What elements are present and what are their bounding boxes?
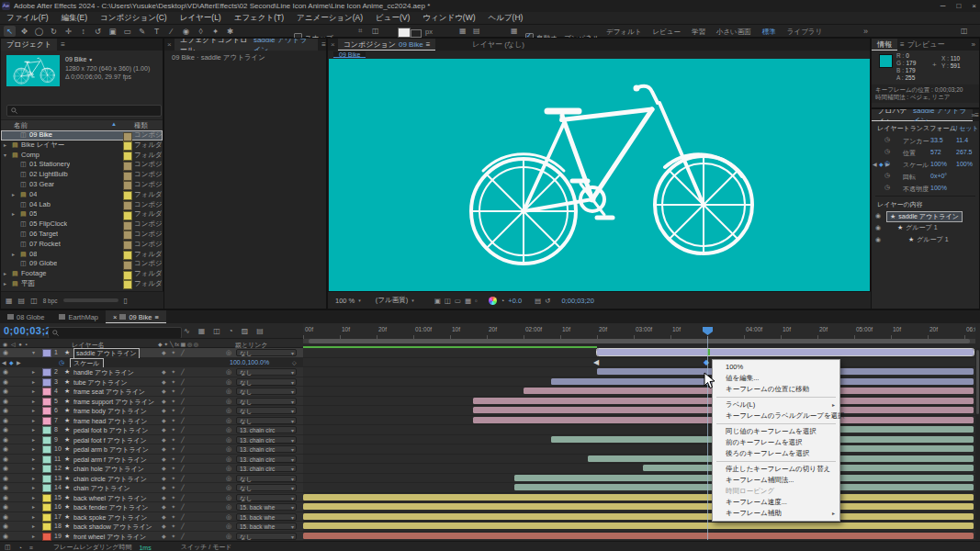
project-item[interactable]: ▸▤04フォルダー [1, 190, 163, 200]
disclosure-open-icon[interactable]: ▾ [4, 151, 6, 161]
label-color-chip[interactable] [123, 280, 132, 289]
disclosure-closed-icon[interactable]: ▸ [4, 279, 6, 289]
layer-name[interactable]: pedal arm b アウトライン [73, 445, 149, 455]
layer-duration-bar[interactable] [303, 533, 974, 539]
transparency-grid-icon[interactable]: ▦ [465, 297, 471, 305]
layer-switches[interactable]: ◆ ✦ ╱ [162, 455, 186, 462]
project-scrollbar[interactable] [63, 298, 118, 302]
stopwatch-icon[interactable]: ◷ [884, 172, 890, 179]
parent-pickwhip-icon[interactable]: ◎ [226, 349, 231, 356]
layer-name[interactable]: pedal arm f アウトライン [73, 455, 147, 465]
layer-track[interactable] [303, 532, 975, 542]
layer-name[interactable]: tube アウトライン [73, 378, 128, 388]
layer-track[interactable] [303, 512, 975, 523]
menu-item[interactable]: ファイル(F) [0, 12, 55, 24]
workspace-item[interactable]: ライブラリ [787, 28, 822, 37]
disclosure-closed-icon[interactable]: ▸ [32, 455, 35, 462]
eye-icon[interactable]: ◉ [3, 407, 8, 414]
composition-mini-flowchart-icon[interactable]: ∿ [184, 327, 190, 335]
eye-icon[interactable]: ◉ [3, 426, 8, 433]
eye-icon[interactable]: ◉ [3, 465, 8, 472]
workspace-overflow-chevron[interactable]: » [863, 27, 868, 36]
layer-name[interactable]: pedal foot f アウトライン [73, 436, 147, 445]
stopwatch-icon[interactable]: ◷ [59, 359, 64, 366]
composition-marker-icon[interactable]: ◫ [5, 544, 11, 551]
panel-overflow-chevron[interactable]: » [972, 111, 975, 119]
layer-row[interactable]: ◉▸12★chain hole アウトライン◆ ✦ ╱◎13. chain ci… [0, 464, 303, 474]
layer-row[interactable]: ◉▸8★pedal foot b アウトライン◆ ✦ ╱◎13. chain c… [0, 425, 303, 435]
layer-row[interactable]: ◉▸11★pedal arm f アウトライン◆ ✦ ╱◎13. chain c… [0, 455, 303, 465]
layer-switches[interactable]: ◆ ✦ ╱ [162, 368, 186, 375]
timeline-tab[interactable]: 08 Globe [0, 310, 51, 323]
hand-tool-icon[interactable]: ✥ [18, 26, 30, 37]
project-bit-depth[interactable]: 8 bpc [43, 298, 58, 304]
layer-switches[interactable]: ◆ ✦ ╱ [162, 436, 186, 443]
layer-duration-bar[interactable] [303, 523, 974, 529]
snapshot-camera-icon[interactable]: ▤ [535, 297, 541, 305]
ruler-icon[interactable]: ▤ [473, 27, 480, 35]
disclosure-open-icon[interactable]: ▾ [32, 349, 35, 355]
stopwatch-icon[interactable]: ◷ [884, 184, 890, 191]
timeline-tab[interactable]: ×09 Bike≡ [106, 310, 166, 323]
project-item[interactable]: ◫02 LightBulbコンポジション [1, 170, 163, 180]
layer-row[interactable]: ◉▸18★back shadow アウトライン◆ ✦ ╱◎15. back wh… [0, 522, 303, 532]
tab-info[interactable]: 情報 [872, 39, 897, 51]
eye-icon[interactable]: ◉ [3, 494, 8, 501]
exposure-reset-icon[interactable]: ◔ [501, 297, 505, 305]
project-item[interactable]: ▸▤08フォルダー [1, 250, 163, 260]
caret-down-icon[interactable]: ▼ [88, 57, 93, 62]
label-color-chip[interactable] [42, 445, 51, 454]
frame-rate-icon[interactable]: ◔ [18, 545, 22, 551]
close-icon[interactable]: × [972, 2, 976, 10]
disclosure-closed-icon[interactable]: ▸ [32, 417, 35, 423]
layer-row[interactable]: ◉▸10★pedal arm b アウトライン◆ ✦ ╱◎13. chain c… [0, 444, 303, 455]
layer-row[interactable]: ◉▸15★back wheel アウトライン◆ ✦ ╱◎なし▾ [0, 493, 303, 503]
layer-name[interactable]: back spoke アウトライン [73, 513, 147, 523]
menu-item[interactable]: コンポジション(C) [94, 12, 174, 24]
layer-switches[interactable]: ◆ ✦ ╱ [162, 533, 186, 539]
exposure-value[interactable]: +0.0 [508, 297, 522, 305]
dolly-camera-tool-icon[interactable]: ↕ [77, 26, 89, 37]
parent-dropdown[interactable]: なし▾ [236, 407, 297, 414]
layer-row[interactable]: ◉▸9★pedal foot f アウトライン◆ ✦ ╱◎13. chain c… [0, 435, 303, 445]
disclosure-closed-icon[interactable]: ▸ [12, 190, 15, 200]
reset-button[interactable]: リセット [952, 124, 979, 133]
workspace-item[interactable]: レビュー [652, 28, 681, 37]
layer-track[interactable] [303, 483, 975, 493]
context-menu-item[interactable]: キーフレーム補助▸ [713, 508, 839, 519]
graph-editor-icon[interactable]: ▤ [256, 327, 264, 335]
panel-close-icon[interactable]: × [331, 40, 335, 49]
clone-stamp-tool-icon[interactable]: ◉ [180, 26, 192, 37]
resolution-select[interactable]: (フル画質) [376, 296, 408, 305]
pen-tool-icon[interactable]: ✎ [136, 26, 148, 37]
parent-dropdown[interactable]: 13. chain circ▾ [236, 445, 297, 453]
disclosure-closed-icon[interactable]: ▸ [4, 269, 6, 279]
stopwatch-icon[interactable]: ◷ [884, 160, 890, 167]
eye-icon[interactable]: ◉ [3, 368, 8, 376]
context-menu-item[interactable]: 同じ値のキーフレームを選択 [713, 426, 839, 437]
parent-pickwhip-icon[interactable]: ◎ [226, 465, 231, 472]
context-menu-item[interactable]: キーフレーム速度... [713, 497, 839, 508]
disclosure-closed-icon[interactable]: ▸ [32, 484, 35, 490]
label-color-chip[interactable] [42, 398, 51, 406]
layer-track[interactable] [303, 348, 975, 358]
tab-effect-controls[interactable]: エフェクトコントロール saddle アウトライン [175, 39, 319, 51]
layer-switches[interactable]: ◆ ✦ ╱ [162, 484, 186, 490]
parent-pickwhip-icon[interactable]: ◎ [226, 484, 231, 491]
layer-track[interactable] [303, 397, 975, 407]
layer-row[interactable]: ◉▾1★saddle アウトライン◆ ✦ ╱◎なし▾ [0, 348, 303, 358]
eye-icon[interactable]: ◉ [3, 417, 8, 424]
disclosure-closed-icon[interactable]: ▸ [32, 475, 35, 481]
parent-dropdown[interactable]: なし▾ [236, 417, 297, 424]
eye-icon[interactable]: ◉ [3, 388, 8, 395]
panel-menu-icon[interactable]: ≡ [61, 40, 65, 49]
layer-row[interactable]: ◉▸3★tube アウトライン◆ ✦ ╱◎なし▾ [0, 377, 303, 388]
context-menu-item[interactable]: ラベル(L)▸ [713, 399, 839, 410]
scale-keyframe-track[interactable]: ◀◆ [303, 358, 975, 368]
layer-switches[interactable]: ◆ ✦ ╱ [162, 513, 186, 520]
parent-dropdown[interactable]: なし▾ [236, 475, 297, 482]
parent-dropdown[interactable]: 13. chain circ▾ [236, 436, 297, 444]
stopwatch-icon[interactable]: ◷ [884, 136, 890, 143]
parent-pickwhip-icon[interactable]: ◎ [226, 455, 231, 463]
parent-pickwhip-icon[interactable]: ◎ [226, 503, 231, 511]
